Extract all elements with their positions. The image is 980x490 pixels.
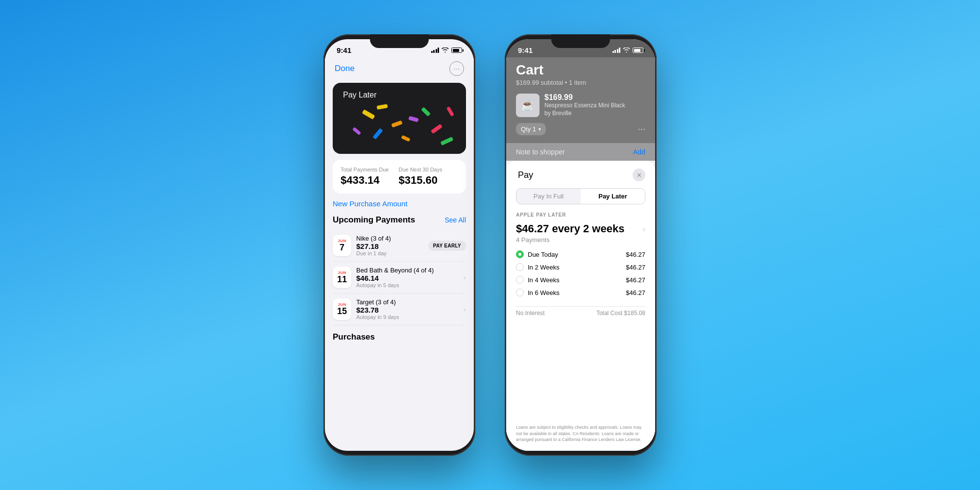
target-day: 15 <box>337 307 347 317</box>
no-interest-label: No Interest <box>516 310 545 317</box>
bbb-date-badge: JUN 11 <box>333 267 351 288</box>
sprinkle-7 <box>401 135 410 142</box>
radio-due-today <box>516 250 524 258</box>
payment-item-bbb[interactable]: JUN 11 Bed Bath & Beyond (4 of 4) $46.14… <box>333 262 466 294</box>
total-payments: Total Payments Due $433.14 <box>341 167 389 187</box>
sheet-header: Pay ✕ <box>516 169 645 181</box>
cart-controls: Qty 1 ▾ ··· <box>516 123 645 135</box>
target-date-badge: JUN 15 <box>333 298 351 320</box>
phone-2-notch <box>551 34 610 48</box>
status-time-2: 9:41 <box>518 46 533 54</box>
schedule-amount-1: $46.27 <box>626 251 645 258</box>
battery-icon-1 <box>451 48 462 53</box>
schedule-item-3: In 4 Weeks $46.27 <box>516 276 645 284</box>
cart-more-icon[interactable]: ··· <box>638 124 645 134</box>
qty-selector[interactable]: Qty 1 ▾ <box>516 123 546 135</box>
legal-text: Loans are subject to eligibility checks … <box>516 424 645 443</box>
sprinkle-9 <box>446 106 454 117</box>
note-row: Note to shopper Add <box>506 143 655 161</box>
sprinkle-11 <box>352 127 361 135</box>
sprinkle-4 <box>431 124 442 134</box>
close-button[interactable]: ✕ <box>633 169 645 181</box>
target-amount: $23.78 <box>356 306 459 314</box>
nike-merchant: Nike (3 of 4) <box>356 235 423 242</box>
schedule-left-2: In 2 Weeks <box>516 263 560 271</box>
schedule-item-4: In 6 Weeks $46.27 <box>516 289 645 296</box>
radio-4weeks <box>516 276 524 284</box>
ellipsis-icon: ··· <box>454 65 460 73</box>
divider <box>516 306 645 307</box>
payment-summary: Total Payments Due $433.14 Due Next 30 D… <box>333 160 466 194</box>
nike-sub: Due in 1 day <box>356 250 423 256</box>
payment-item-target[interactable]: JUN 15 Target (3 of 4) $23.78 Autopay in… <box>333 294 466 325</box>
wifi-icon-2 <box>623 48 630 53</box>
bbb-amount: $46.14 <box>356 274 459 282</box>
sprinkle-5 <box>408 116 418 122</box>
cart-item: ☕ $169.99 Nespresso Essenza Mini Black b… <box>516 93 645 117</box>
phone-1-screen: 9:41 Done ··· <box>325 39 474 451</box>
bbb-day: 11 <box>337 275 347 285</box>
pay-toggle: Pay In Full Pay Later <box>516 188 645 204</box>
pay-later-card[interactable]: Pay Later <box>333 83 466 154</box>
no-interest-row: No Interest Total Cost $185.08 <box>516 310 645 317</box>
status-icons-2 <box>612 48 644 53</box>
phone-1: 9:41 Done ··· <box>323 34 475 456</box>
schedule-amount-4: $46.27 <box>626 289 645 296</box>
nike-date-badge: JUN 7 <box>333 235 351 256</box>
nespresso-image: ☕ <box>516 94 539 117</box>
phone-1-notch <box>370 34 429 48</box>
schedule-left-4: In 6 Weeks <box>516 289 560 296</box>
apple-pay-sheet: Pay ✕ Pay In Full Pay Later APPLE PAY LA… <box>506 161 655 451</box>
pay-later-tab[interactable]: Pay Later <box>581 189 645 204</box>
sprinkle-3 <box>421 107 431 117</box>
total-label: Total Payments Due <box>341 167 389 172</box>
frequency-chevron-icon: › <box>643 225 645 234</box>
sprinkle-1 <box>362 109 375 120</box>
see-all-button[interactable]: See All <box>444 216 466 224</box>
next-amount: $315.60 <box>398 174 442 187</box>
nav-bar-1: Done ··· <box>325 57 474 81</box>
more-button[interactable]: ··· <box>449 61 464 76</box>
schedule-amount-2: $46.27 <box>626 264 645 271</box>
schedule-label-4: In 6 Weeks <box>528 289 560 296</box>
payment-count: 4 Payments <box>516 236 645 244</box>
new-purchase-anchor[interactable]: New Purchase Amount <box>333 199 408 208</box>
phone-2-screen: 9:41 Cart $169.99 subtotal • 1 item <box>506 39 655 451</box>
battery-icon-2 <box>633 48 643 53</box>
radio-2weeks <box>516 263 524 271</box>
bbb-merchant: Bed Bath & Beyond (4 of 4) <box>356 267 459 274</box>
apple-pay-text: Pay <box>518 170 533 180</box>
bbb-info: Bed Bath & Beyond (4 of 4) $46.14 Autopa… <box>356 267 459 288</box>
cart-subtitle: $169.99 subtotal • 1 item <box>516 79 645 86</box>
payment-item-nike[interactable]: JUN 7 Nike (3 of 4) $27.18 Due in 1 day … <box>333 230 466 262</box>
schedule-list: Due Today $46.27 In 2 Weeks $46.27 <box>516 250 645 296</box>
phone-2: 9:41 Cart $169.99 subtotal • 1 item <box>505 34 657 456</box>
pay-full-tab[interactable]: Pay In Full <box>516 189 581 204</box>
signal-icon-2 <box>612 48 621 53</box>
done-button[interactable]: Done <box>335 64 355 74</box>
cart-price: $169.99 <box>544 93 625 102</box>
nike-amount: $27.18 <box>356 242 423 250</box>
radio-6weeks <box>516 289 524 296</box>
sprinkle-8 <box>376 104 388 110</box>
phone-2-content: Cart $169.99 subtotal • 1 item ☕ $169.99… <box>506 57 655 451</box>
wifi-icon-1 <box>441 48 449 53</box>
target-chevron-icon: › <box>464 305 466 313</box>
new-purchase-link[interactable]: New Purchase Amount <box>325 199 474 215</box>
note-add-button[interactable]: Add <box>633 148 645 156</box>
status-icons-1 <box>431 48 463 53</box>
payment-list: JUN 7 Nike (3 of 4) $27.18 Due in 1 day … <box>325 230 474 325</box>
nespresso-icon: ☕ <box>520 98 535 112</box>
close-icon: ✕ <box>637 172 642 179</box>
bbb-chevron-icon: › <box>464 273 466 281</box>
card-logo-text: Pay Later <box>343 91 376 99</box>
bbb-sub: Autopay in 5 days <box>356 282 459 288</box>
pay-early-button[interactable]: PAY EARLY <box>428 241 466 251</box>
total-amount: $433.14 <box>341 174 389 187</box>
upcoming-title: Upcoming Payments <box>333 215 415 225</box>
target-merchant: Target (3 of 4) <box>356 298 459 306</box>
note-label: Note to shopper <box>516 148 565 156</box>
schedule-left-3: In 4 Weeks <box>516 276 560 284</box>
phone-1-content: Done ··· Pay Later <box>325 57 474 451</box>
cart-title: Cart <box>516 62 645 78</box>
